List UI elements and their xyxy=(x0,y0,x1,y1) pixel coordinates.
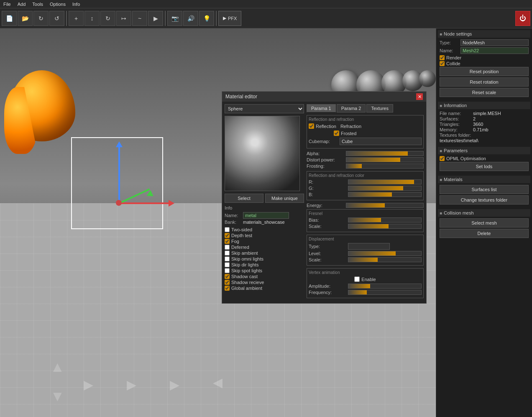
alpha-slider[interactable] xyxy=(346,151,424,156)
node-settings-header[interactable]: ■ Node settings xyxy=(438,30,530,38)
shadow-cast-row: Shadow cast xyxy=(225,274,304,279)
wave-btn[interactable]: ~ xyxy=(132,11,147,26)
parameters-collapse-icon: ■ xyxy=(440,148,442,153)
two-sided-checkbox[interactable] xyxy=(225,227,230,232)
parameters-header[interactable]: ■ Parameters xyxy=(438,147,530,154)
menu-options[interactable]: Options xyxy=(46,1,69,8)
skip-spot-checkbox[interactable] xyxy=(225,268,230,273)
material-bank-row: Bank: materials_showcase xyxy=(225,220,304,225)
disp-type-input[interactable] xyxy=(348,243,390,250)
color-g-slider[interactable] xyxy=(348,186,422,191)
depth-test-checkbox[interactable] xyxy=(225,233,230,238)
collision-mesh-header[interactable]: ■ Collision mesh xyxy=(438,209,530,217)
menu-tools[interactable]: Tools xyxy=(29,1,46,8)
material-editor-title: Material editor xyxy=(225,94,257,100)
light-btn[interactable]: 💡 xyxy=(199,11,214,26)
material-select-btn[interactable]: Select xyxy=(225,194,263,203)
skip-omni-checkbox[interactable] xyxy=(225,256,230,261)
disp-scale-slider[interactable] xyxy=(348,257,422,262)
material-editor-close[interactable]: ✕ xyxy=(416,93,423,100)
tab-parama2[interactable]: Parama 2 xyxy=(337,104,366,113)
disp-level-slider[interactable] xyxy=(348,251,422,256)
collide-checkbox[interactable] xyxy=(440,61,445,66)
shadow-cast-checkbox[interactable] xyxy=(225,274,230,279)
information-header[interactable]: ■ Information xyxy=(438,102,530,109)
scale-btn[interactable]: ↦ xyxy=(116,11,131,26)
undo-btn[interactable]: ↻ xyxy=(33,11,49,26)
scale-slider[interactable] xyxy=(348,224,422,229)
global-ambient-row: Global ambient xyxy=(225,286,304,291)
reset-position-btn[interactable]: Reset position xyxy=(440,67,529,76)
skip-dir-label: Skip dir lights xyxy=(231,262,258,267)
material-editor-titlebar[interactable]: Material editor ✕ xyxy=(222,92,426,102)
scale-row: Scale: xyxy=(309,224,422,229)
render-checkbox[interactable] xyxy=(440,55,445,60)
frequency-slider[interactable] xyxy=(348,290,422,295)
fog-checkbox[interactable] xyxy=(225,239,230,244)
menu-info[interactable]: Info xyxy=(69,1,83,8)
reflection-checkbox[interactable] xyxy=(309,123,314,129)
scale-label: Scale: xyxy=(309,224,346,229)
cubemap-input[interactable] xyxy=(340,138,422,145)
shadow-receive-row: Shadow recieve xyxy=(225,280,304,285)
delete-btn[interactable]: Delete xyxy=(440,229,529,238)
set-lods-btn[interactable]: Set lods xyxy=(440,162,529,171)
surfaces-label: Surfaces: xyxy=(440,116,473,121)
bias-slider[interactable] xyxy=(348,217,422,223)
file-name-value: simple.MESH xyxy=(473,111,501,116)
viewport[interactable]: ▶ ▶ ▶ ▶ ▲ ▼ Material editor ✕ Sphere xyxy=(0,28,436,417)
bias-row: Bias: xyxy=(309,217,422,223)
open-btn[interactable]: 📂 xyxy=(18,11,33,26)
deferred-checkbox[interactable] xyxy=(225,245,230,250)
speaker-btn[interactable]: 🔊 xyxy=(183,11,198,26)
vertex-enable-checkbox[interactable] xyxy=(354,276,360,282)
distort-slider[interactable] xyxy=(346,157,424,162)
pfx-btn[interactable]: ▶ PFX xyxy=(218,11,241,26)
global-ambient-checkbox[interactable] xyxy=(225,286,230,291)
disp-level-label: Level: xyxy=(309,251,346,256)
reset-scale-btn[interactable]: Reset scale xyxy=(440,88,529,97)
color-b-label: B: xyxy=(309,192,346,197)
new-btn[interactable]: 📄 xyxy=(2,11,17,26)
camera-btn[interactable]: 📷 xyxy=(167,11,182,26)
select-mesh-btn[interactable]: Select mesh xyxy=(440,218,529,228)
reset-rotation-btn[interactable]: Reset rotation xyxy=(440,77,529,87)
frosted-checkbox[interactable] xyxy=(334,130,339,136)
color-b-slider[interactable] xyxy=(348,192,422,197)
move-btn[interactable]: ↕ xyxy=(84,11,100,26)
skip-dir-checkbox[interactable] xyxy=(225,262,230,267)
rotate-btn[interactable]: ↻ xyxy=(100,11,115,26)
skip-ambient-checkbox[interactable] xyxy=(225,251,230,256)
add-btn[interactable]: + xyxy=(69,11,84,26)
skip-spot-label: Skip spot lights xyxy=(231,268,262,273)
refraction-label: Refraction xyxy=(340,124,361,129)
alpha-row: Alpha: xyxy=(307,151,424,156)
materials-header[interactable]: ■ Materials xyxy=(438,176,530,183)
material-preview-shape-select[interactable]: Sphere xyxy=(225,104,304,113)
surfaces-list-btn[interactable]: Surfaces list xyxy=(440,185,529,194)
frequency-row: Frequency: xyxy=(309,290,422,295)
material-name-input[interactable] xyxy=(243,212,289,219)
fresnel-section: Fresnel Bias: Scale: xyxy=(307,209,424,232)
redo-btn[interactable]: ↺ xyxy=(49,11,64,26)
name-input[interactable] xyxy=(460,47,529,54)
tab-parama1[interactable]: Parama 1 xyxy=(307,104,336,113)
vertex-anim-section: Vertex animation Enable Amplitude: Frequ… xyxy=(307,268,424,298)
amplitude-slider[interactable] xyxy=(348,284,422,289)
select-btn[interactable]: ▶ xyxy=(148,11,163,26)
frosting-slider[interactable] xyxy=(346,164,424,169)
change-textures-btn[interactable]: Change textures folder xyxy=(440,195,529,205)
tab-textures[interactable]: Textures xyxy=(366,104,393,113)
color-r-slider[interactable] xyxy=(348,179,422,184)
menu-add[interactable]: Add xyxy=(14,1,29,8)
shadow-receive-checkbox[interactable] xyxy=(225,280,230,285)
enable-row: Enable xyxy=(309,276,422,282)
memory-row: Memory: 0.71mb xyxy=(440,127,529,132)
opml-checkbox[interactable] xyxy=(440,156,445,161)
nav-arrow-down: ▼ xyxy=(50,388,65,404)
menu-file[interactable]: File xyxy=(0,1,14,8)
disp-scale-label: Scale: xyxy=(309,257,346,262)
material-make-unique-btn[interactable]: Make unique xyxy=(265,194,304,203)
energy-slider[interactable] xyxy=(346,203,424,208)
power-btn[interactable]: ⏻ xyxy=(515,11,530,26)
